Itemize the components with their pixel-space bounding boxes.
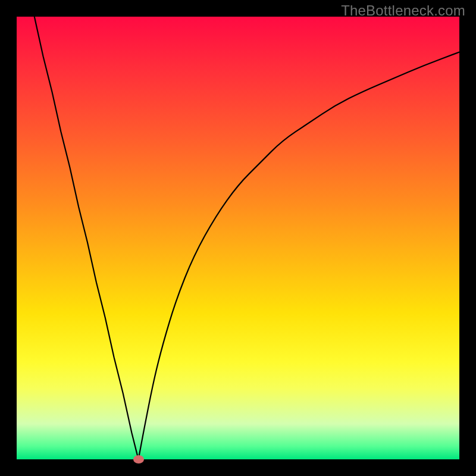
bottleneck-curve	[17, 17, 459, 459]
curve-path	[35, 17, 459, 459]
watermark-text: TheBottleneck.com	[341, 2, 465, 19]
cusp-marker	[133, 455, 144, 464]
plot-area	[17, 17, 459, 459]
chart-frame: TheBottleneck.com	[0, 0, 476, 476]
